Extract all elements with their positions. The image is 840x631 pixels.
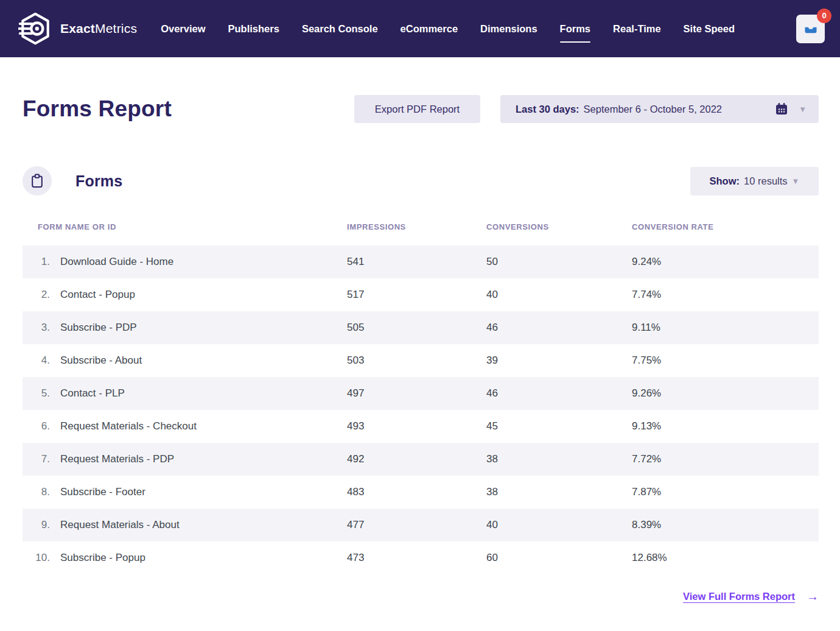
calendar-icon: [774, 102, 789, 116]
nav-item-ecommerce[interactable]: eCommerce: [401, 0, 458, 57]
row-impressions: 497: [347, 387, 486, 400]
date-range-picker[interactable]: Last 30 days: September 6 - October 5, 2…: [500, 95, 819, 123]
header-actions: Export PDF Report Last 30 days: Septembe…: [354, 95, 819, 123]
row-impressions: 493: [347, 420, 486, 432]
row-conversion-rate: 9.11%: [632, 322, 819, 334]
row-rank: 9.: [23, 519, 50, 531]
row-rank: 6.: [23, 420, 50, 432]
row-form-name: Contact - PLP: [50, 387, 347, 400]
column-header-form-name: Form Name or ID: [23, 222, 347, 231]
row-impressions: 503: [347, 354, 486, 367]
row-rank: 3.: [23, 322, 50, 334]
row-impressions: 483: [347, 486, 486, 498]
clipboard-icon-circle: [23, 166, 52, 196]
table-footer: View Full Forms Report →: [23, 590, 819, 602]
nav-item-real-time[interactable]: Real-Time: [613, 0, 661, 57]
row-impressions: 541: [347, 256, 486, 268]
brand-name-light: Metrics: [95, 21, 137, 35]
row-conversion-rate: 7.72%: [632, 453, 819, 465]
row-form-name: Subscribe - Footer: [50, 486, 347, 498]
row-conversion-rate: 9.13%: [632, 420, 819, 432]
show-results-dropdown[interactable]: Show: 10 results ▼: [690, 167, 819, 196]
table-body: 1. Download Guide - Home 541 50 9.24% 2.…: [23, 245, 819, 574]
row-conversions: 40: [486, 519, 632, 531]
table-row[interactable]: 3. Subscribe - PDP 505 46 9.11%: [23, 311, 819, 344]
table-row[interactable]: 6. Request Materials - Checkout 493 45 9…: [23, 410, 819, 443]
row-rank: 2.: [23, 289, 50, 301]
row-impressions: 492: [347, 453, 486, 465]
row-impressions: 473: [347, 552, 486, 564]
view-full-forms-report-link[interactable]: View Full Forms Report: [683, 591, 795, 602]
notification-count-badge: 0: [817, 9, 831, 23]
main-content: Forms Report Export PDF Report Last 30 d…: [0, 95, 840, 602]
row-rank: 8.: [23, 486, 50, 498]
chevron-down-icon: ▼: [799, 105, 807, 113]
row-conversions: 39: [486, 354, 632, 367]
row-rank: 10.: [23, 552, 50, 564]
row-conversion-rate: 12.68%: [632, 552, 819, 564]
table-row[interactable]: 5. Contact - PLP 497 46 9.26%: [23, 377, 819, 410]
brand-logo[interactable]: ExactMetrics: [18, 12, 137, 46]
row-form-name: Subscribe - About: [50, 354, 347, 367]
date-range-label: Last 30 days:: [516, 104, 579, 115]
table-row[interactable]: 7. Request Materials - PDP 492 38 7.72%: [23, 443, 819, 476]
nav-item-dimensions[interactable]: Dimensions: [480, 0, 537, 57]
row-conversions: 46: [486, 387, 632, 400]
row-form-name: Request Materials - About: [50, 519, 347, 531]
row-impressions: 505: [347, 322, 486, 334]
row-conversion-rate: 8.39%: [632, 519, 819, 531]
row-conversion-rate: 9.24%: [632, 256, 819, 268]
table-header-row: Form Name or ID Impressions Conversions …: [23, 222, 819, 245]
row-conversions: 40: [486, 289, 632, 301]
row-form-name: Contact - Popup: [50, 289, 347, 301]
nav-item-publishers[interactable]: Publishers: [228, 0, 279, 57]
inbox-tray-icon: [803, 21, 819, 37]
row-conversions: 46: [486, 322, 632, 334]
row-impressions: 517: [347, 289, 486, 301]
row-conversions: 38: [486, 486, 632, 498]
row-impressions: 477: [347, 519, 486, 531]
row-conversion-rate: 9.26%: [632, 387, 819, 400]
top-navigation: ExactMetrics OverviewPublishersSearch Co…: [0, 0, 840, 57]
brand-name-bold: Exact: [60, 21, 95, 35]
row-form-name: Subscribe - Popup: [50, 552, 347, 564]
row-form-name: Request Materials - Checkout: [50, 420, 347, 432]
page-title: Forms Report: [23, 96, 172, 122]
row-conversion-rate: 7.75%: [632, 354, 819, 367]
nav-item-site-speed[interactable]: Site Speed: [684, 0, 735, 57]
row-conversion-rate: 7.87%: [632, 486, 819, 498]
arrow-right-icon: →: [807, 590, 819, 602]
row-rank: 5.: [23, 387, 50, 400]
table-row[interactable]: 8. Subscribe - Footer 483 38 7.87%: [23, 476, 819, 509]
exactmetrics-logo-icon: [18, 12, 52, 46]
page-header: Forms Report Export PDF Report Last 30 d…: [23, 95, 819, 123]
table-row[interactable]: 1. Download Guide - Home 541 50 9.24%: [23, 245, 819, 278]
notifications-inbox-button[interactable]: 0: [796, 15, 825, 43]
row-conversions: 50: [486, 256, 632, 268]
brand-name: ExactMetrics: [60, 21, 137, 36]
table-row[interactable]: 2. Contact - Popup 517 40 7.74%: [23, 278, 819, 311]
row-conversions: 45: [486, 420, 632, 432]
table-row[interactable]: 10. Subscribe - Popup 473 60 12.68%: [23, 541, 819, 574]
forms-section-header: Forms Show: 10 results ▼: [23, 166, 819, 196]
row-rank: 1.: [23, 256, 50, 268]
date-range-value: September 6 - October 5, 2022: [584, 104, 722, 115]
row-form-name: Download Guide - Home: [50, 256, 347, 268]
nav-item-forms[interactable]: Forms: [560, 0, 590, 57]
nav-item-overview[interactable]: Overview: [161, 0, 205, 57]
column-header-conversions: Conversions: [486, 222, 632, 231]
row-conversions: 38: [486, 453, 632, 465]
nav-item-search-console[interactable]: Search Console: [302, 0, 378, 57]
row-rank: 4.: [23, 354, 50, 367]
forms-table: Form Name or ID Impressions Conversions …: [23, 222, 819, 574]
table-row[interactable]: 9. Request Materials - About 477 40 8.39…: [23, 509, 819, 541]
clipboard-icon: [30, 174, 44, 188]
section-title: Forms: [75, 172, 122, 190]
export-pdf-button[interactable]: Export PDF Report: [354, 95, 480, 123]
nav-items: OverviewPublishersSearch ConsoleeCommerc…: [161, 0, 735, 57]
table-row[interactable]: 4. Subscribe - About 503 39 7.75%: [23, 344, 819, 377]
column-header-conversion-rate: Conversion Rate: [632, 222, 819, 231]
chevron-down-icon: ▼: [792, 177, 800, 185]
row-form-name: Request Materials - PDP: [50, 453, 347, 465]
column-header-impressions: Impressions: [347, 222, 486, 231]
